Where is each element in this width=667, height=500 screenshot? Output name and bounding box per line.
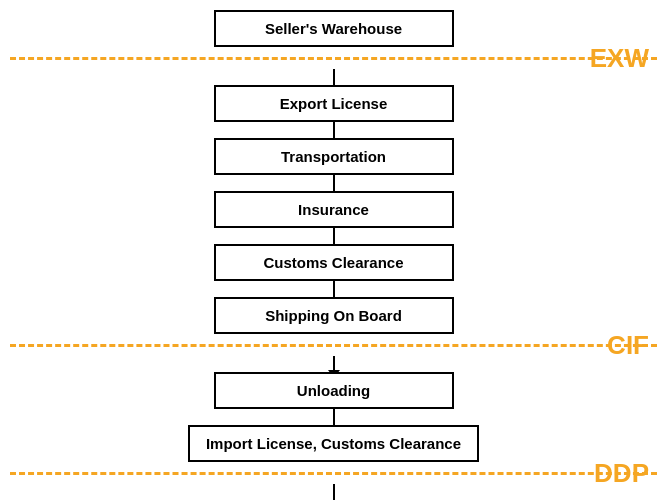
box-sellers-warehouse: Seller's Warehouse <box>214 10 454 47</box>
connector-3 <box>333 175 335 191</box>
box-unloading: Unloading <box>214 372 454 409</box>
connector-7 <box>333 409 335 425</box>
box-import-license: Import License, Customs Clearance <box>188 425 479 462</box>
box-customs-clearance: Customs Clearance <box>214 244 454 281</box>
dashed-line-ddp: DDP <box>0 466 667 480</box>
diagram-container: Seller's Warehouse EXW Export License Tr… <box>0 0 667 500</box>
box-insurance: Insurance <box>214 191 454 228</box>
dashed-line-exw: EXW <box>0 51 667 65</box>
label-exw: EXW <box>590 43 649 74</box>
connector-5 <box>333 281 335 297</box>
connector-8 <box>333 484 335 500</box>
box-transportation: Transportation <box>214 138 454 175</box>
connector-1 <box>333 69 335 85</box>
box-shipping-on-board: Shipping On Board <box>214 297 454 334</box>
connector-arrow-6 <box>333 356 335 372</box>
connector-4 <box>333 228 335 244</box>
dashed-line-cif: CIF <box>0 338 667 352</box>
box-export-license: Export License <box>214 85 454 122</box>
label-cif: CIF <box>607 330 649 361</box>
connector-2 <box>333 122 335 138</box>
label-ddp: DDP <box>594 458 649 489</box>
